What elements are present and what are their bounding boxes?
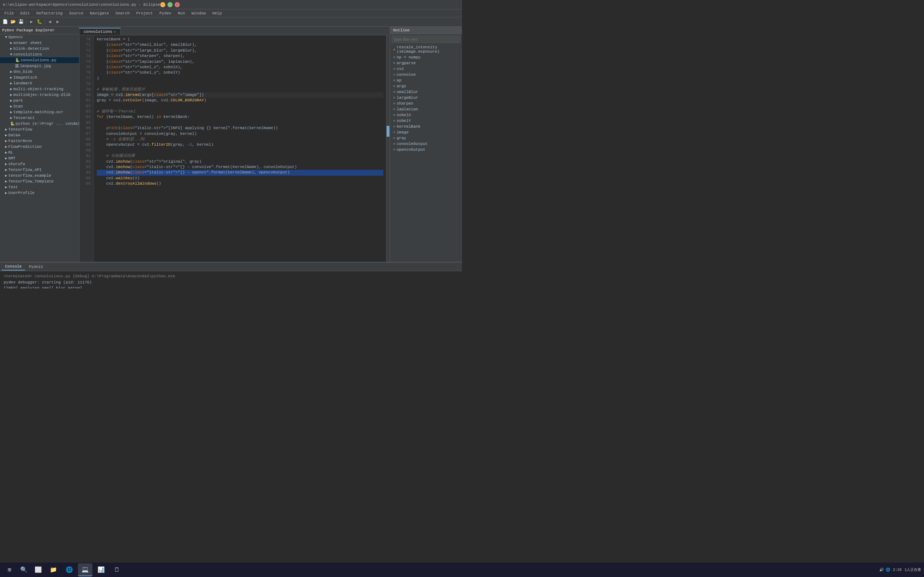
sidebar-item-landmark[interactable]: ▶landmark <box>0 81 79 86</box>
sidebar-item-test[interactable]: ▶Test <box>0 184 79 190</box>
sidebar-item-multiobjec-tracking-dlib[interactable]: ▶multiobjec-tracking-dlib <box>0 92 79 98</box>
toolbar-back[interactable]: ◀ <box>46 18 53 26</box>
outline-filter-input[interactable] <box>392 36 460 43</box>
sidebar-item-python--e--progr-----conda3-python-exe-[interactable]: 🐍python (e:\Progr ... conda3\python.exe) <box>0 121 79 127</box>
outline-item-cv2[interactable]: ≈cv2 <box>390 66 462 72</box>
code-line-78[interactable] <box>97 81 383 87</box>
sidebar-item-userprofile[interactable]: ▶UserProfile <box>0 190 79 196</box>
sidebar-item-dnn-blob[interactable]: ▶dnn_blob <box>0 69 79 75</box>
code-line-74[interactable]: (class="str">"laplacian", laplacian), <box>97 59 383 64</box>
sidebar-item-flowprediction[interactable]: ▶FlowPrediction <box>0 144 79 150</box>
outline-item-image[interactable]: ≈image <box>390 129 462 135</box>
sidebar-item-opencv[interactable]: ▼Opencv <box>0 34 79 40</box>
outline-item-kernelbank[interactable]: ≈kernelBank <box>390 124 462 129</box>
code-line-85[interactable] <box>97 120 383 126</box>
menu-item-project[interactable]: Project <box>133 10 155 16</box>
sidebar-item-tensorflow[interactable]: ▶TensorFlow <box>0 127 79 132</box>
code-line-70[interactable]: kernelBank = ( <box>97 37 383 42</box>
outline-item-sharpen[interactable]: ≈sharpen <box>390 101 462 106</box>
menu-item-help[interactable]: Help <box>209 10 225 16</box>
maximize-button[interactable]: □ <box>168 2 173 7</box>
toolbar-open[interactable]: 📂 <box>10 18 16 26</box>
outline-item-ap[interactable]: ≈ap <box>390 77 462 83</box>
minimize-button[interactable]: ─ <box>160 2 165 7</box>
outline-item-laplacian[interactable]: ≈laplacian <box>390 106 462 112</box>
sidebar-item-template-matching-ocr[interactable]: ▶template-matching-ocr <box>0 109 79 115</box>
sidebar-item-answer-sheet[interactable]: ▶answer sheet <box>0 40 79 46</box>
sidebar-item-ml[interactable]: ▶ML <box>0 150 79 155</box>
outline-item-convolve[interactable]: ○convolve <box>390 72 462 77</box>
menu-item-run[interactable]: Run <box>175 10 188 16</box>
outline-item-opencvoutput[interactable]: ≈opencvOutput <box>390 147 462 153</box>
outline-item-convoleoutput[interactable]: ≈convoleOutput <box>390 141 462 147</box>
outline-item-args[interactable]: ≈args <box>390 83 462 89</box>
toolbar-new[interactable]: 📄 <box>2 18 9 26</box>
outline-item-sobelx[interactable]: ≈sobelX <box>390 112 462 118</box>
menu-item-search[interactable]: Search <box>113 10 133 16</box>
code-line-96[interactable]: cv2.destroyAllWindows() <box>97 181 383 187</box>
code-line-86[interactable]: print(class="italic-str">"[INFO] applyin… <box>97 126 383 131</box>
sidebar-item-convolutions[interactable]: ▼convolutions <box>0 52 79 57</box>
sidebar-item-tesseract[interactable]: ▶Tesseract <box>0 115 79 121</box>
code-line-81[interactable]: gray = cv2.cvtColor(image, cv2.COLOR_BGR… <box>97 98 383 103</box>
code-line-82[interactable] <box>97 103 383 109</box>
sidebar-item-multi-object-tracking[interactable]: ▶multi-object-tracking <box>0 86 79 92</box>
code-line-72[interactable]: (class="str">"large_blur", largeBlur), <box>97 48 383 53</box>
outline-item-argparse[interactable]: ≈argparse <box>390 60 462 66</box>
menu-item-edit[interactable]: Edit <box>17 10 32 16</box>
code-line-80[interactable]: image = cv2.imread(args[class="str">"ima… <box>97 92 383 98</box>
menu-item-pydev[interactable]: Pydev <box>157 10 174 16</box>
code-line-94[interactable]: cv2.imshow(class="italic-str">"{} - open… <box>97 170 383 175</box>
code-line-93[interactable]: cv2.imshow(class="italic-str">"{} - conv… <box>97 164 383 170</box>
sidebar-item-tensorflow-example[interactable]: ▶tensorflow_example <box>0 173 79 179</box>
code-line-79[interactable]: # 单帧检测，用来历览图片 <box>97 87 383 92</box>
sidebar-item-scan[interactable]: ▶Scan <box>0 103 79 109</box>
tab-console[interactable]: Console <box>2 263 25 271</box>
code-line-92[interactable]: cv2.imshow(class="str">"original", gray) <box>97 159 383 164</box>
code-line-91[interactable]: # 分别展示结果 <box>97 153 383 159</box>
sidebar-item-fasterrcnn[interactable]: ▶FasterRcnn <box>0 138 79 144</box>
outline-item-largeblur[interactable]: ≈largeBlur <box>390 95 462 101</box>
toolbar-save[interactable]: 💾 <box>17 18 24 26</box>
sidebar-item-blink-detection[interactable]: ▶blink-detection <box>0 46 79 52</box>
menu-item-file[interactable]: File <box>2 10 16 16</box>
tab-pyunit[interactable]: PyUnit <box>25 264 47 270</box>
menu-item-window[interactable]: Window <box>189 10 209 16</box>
code-line-75[interactable]: (class="str">"sobel_x", sobelX), <box>97 64 383 70</box>
tab-close-icon[interactable]: ✕ <box>114 29 116 34</box>
menu-item-source[interactable]: Source <box>66 10 86 16</box>
editor-tab-convolutions[interactable]: convolutions ✕ <box>79 28 121 35</box>
sidebar-item-lanpangzi-jpg[interactable]: 🖼lanpangzi.jpg <box>0 63 79 69</box>
toolbar-run[interactable]: ▶ <box>28 18 35 26</box>
code-line-95[interactable]: cv2.waitKey(0) <box>97 176 383 181</box>
outline-item-sobely[interactable]: ≈sobelY <box>390 118 462 124</box>
scroll-thumb[interactable] <box>386 126 389 137</box>
sidebar-item-nmt[interactable]: ▶NMT <box>0 155 79 161</box>
outline-item-rescale-intensity--skimage-exposure-[interactable]: ↗rescale_intensity (skimage.exposure) <box>390 44 462 55</box>
sidebar-item-imagestich[interactable]: ▶ImageStich <box>0 75 79 81</box>
code-line-84[interactable]: for (kernelName, kernel) in kernelBank: <box>97 114 383 120</box>
close-button[interactable]: ✕ <box>175 2 180 7</box>
sidebar-item-dataa[interactable]: ▶DataA <box>0 132 79 138</box>
code-line-71[interactable]: (class="str">"small_blur", smallBlur), <box>97 42 383 48</box>
code-line-87[interactable]: convoleOutput = convolve(gray, kernel) <box>97 131 383 137</box>
sidebar-item-convolutions-py[interactable]: 🐍convolutions.py <box>0 57 79 63</box>
sidebar-item-tensorflow-template[interactable]: ▶Tensorflow_Template <box>0 179 79 184</box>
code-content[interactable]: kernelBank = ( (class="str">"small_blur"… <box>94 35 386 262</box>
code-line-90[interactable] <box>97 148 383 153</box>
outline-item-gray[interactable]: ≈gray <box>390 135 462 141</box>
code-line-77[interactable]: ) <box>97 76 383 81</box>
code-line-88[interactable]: # -1 在卷积层，-列 <box>97 137 383 142</box>
code-line-73[interactable]: (class="str">"sharpen", sharpen), <box>97 53 383 59</box>
outline-item-smallblur[interactable]: ≈smallBlur <box>390 89 462 95</box>
sidebar-item-park[interactable]: ▶park <box>0 98 79 103</box>
code-line-83[interactable]: # 循环每一个kernel <box>97 109 383 114</box>
code-line-76[interactable]: (class="str">"sobel_y", sobelY) <box>97 70 383 76</box>
sidebar-item-shurufa[interactable]: ▶shurufa <box>0 161 79 167</box>
toolbar-debug[interactable]: 🐛 <box>36 18 43 26</box>
menu-item-navigate[interactable]: Navigate <box>87 10 112 16</box>
menu-item-refactoring[interactable]: Refactoring <box>34 10 66 16</box>
toolbar-fwd[interactable]: ▶ <box>54 18 61 26</box>
outline-item-np---numpy[interactable]: ≈np = numpy <box>390 55 462 60</box>
sidebar-item-tensorflow-api[interactable]: ▶Tensorflow_API <box>0 167 79 173</box>
